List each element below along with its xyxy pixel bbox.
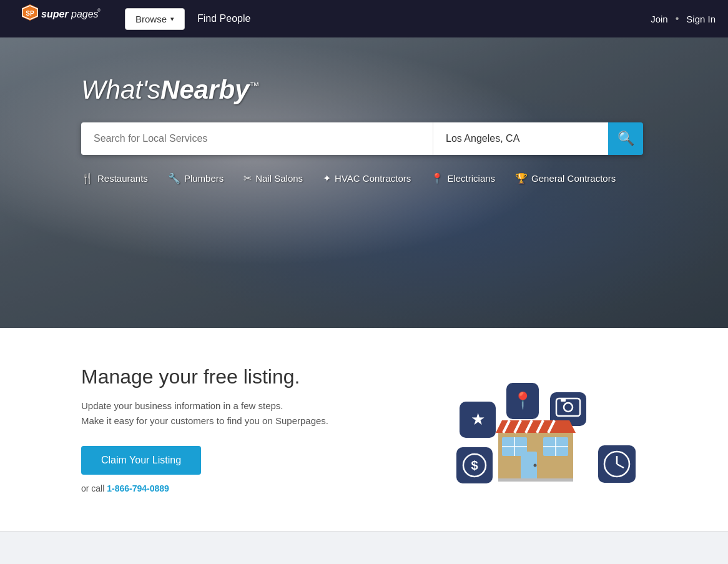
quick-link-hvac-label: HVAC Contractors	[335, 173, 411, 184]
svg-text:super: super	[41, 9, 69, 19]
signin-link[interactable]: Sign In	[686, 14, 716, 24]
superpages-logo: SP super pages ®	[12, 3, 112, 34]
quick-link-plumbers[interactable]: 🔧 Plumbers	[168, 172, 224, 184]
svg-text:$: $	[471, 458, 478, 472]
call-text: or call 1-866-794-0889	[81, 483, 422, 493]
popular-cities-section: Popular Cities	[0, 532, 728, 564]
nail-salon-icon: ✂	[243, 172, 252, 184]
quick-link-restaurants-label: Restaurants	[97, 173, 148, 184]
svg-text:★: ★	[471, 410, 485, 428]
general-contractor-icon: 🏆	[515, 172, 528, 184]
claim-listing-button[interactable]: Claim Your Listing	[81, 446, 201, 475]
svg-text:®: ®	[97, 8, 101, 12]
phone-link[interactable]: 1-866-794-0889	[107, 483, 169, 493]
search-bar: 🔍	[81, 122, 643, 155]
search-service-input[interactable]	[81, 122, 433, 155]
browse-label: Browse	[135, 14, 167, 24]
quick-links: 🍴 Restaurants 🔧 Plumbers ✂ Nail Salons ✦…	[81, 172, 647, 184]
restaurant-icon: 🍴	[81, 172, 94, 184]
svg-text:pages: pages	[71, 9, 99, 19]
manage-desc: Update your business information in a fe…	[81, 398, 422, 428]
quick-link-electricians[interactable]: 📍 Electricians	[431, 172, 495, 184]
browse-button[interactable]: Browse ▾	[125, 8, 185, 30]
manage-title: Manage your free listing.	[81, 365, 422, 388]
electrician-icon: 📍	[431, 172, 443, 184]
header-dot: •	[676, 13, 679, 24]
quick-link-restaurants[interactable]: 🍴 Restaurants	[81, 172, 148, 184]
header: SP super pages ® Browse ▾ Find People Jo…	[0, 0, 728, 37]
manage-left: Manage your free listing. Update your bu…	[81, 365, 422, 493]
hero-content: What'sNearby™ 🔍 🍴 Restaurants 🔧 Plumbers…	[0, 37, 728, 209]
svg-point-31	[534, 463, 537, 467]
store-illustration: ★ 📍 $	[453, 367, 641, 492]
call-prefix: or call	[81, 483, 107, 493]
quick-link-hvac[interactable]: ✦ HVAC Contractors	[323, 172, 411, 184]
quick-link-general-contractors-label: General Contractors	[531, 173, 616, 184]
header-right: Join • Sign In	[651, 13, 716, 24]
hero-section: What'sNearby™ 🔍 🍴 Restaurants 🔧 Plumbers…	[0, 37, 728, 328]
hvac-icon: ✦	[323, 172, 331, 184]
search-button[interactable]: 🔍	[608, 122, 643, 155]
hero-title: What'sNearby™	[81, 75, 647, 105]
join-link[interactable]: Join	[651, 14, 668, 24]
manage-desc-line2: Make it easy for your customers to find …	[81, 413, 422, 428]
quick-link-general-contractors[interactable]: 🏆 General Contractors	[515, 172, 616, 184]
svg-text:SP: SP	[26, 10, 34, 17]
manage-desc-line1: Update your business information in a fe…	[81, 398, 422, 413]
manage-listing-section: Manage your free listing. Update your bu…	[0, 328, 728, 531]
svg-text:📍: 📍	[513, 390, 533, 410]
svg-rect-13	[561, 398, 566, 402]
hero-trademark: ™	[249, 81, 259, 91]
quick-link-plumbers-label: Plumbers	[184, 173, 224, 184]
search-location-input[interactable]	[433, 122, 608, 155]
plumber-icon: 🔧	[168, 172, 180, 184]
logo: SP super pages ®	[12, 3, 112, 34]
search-icon: 🔍	[617, 131, 634, 147]
quick-link-electricians-label: Electricians	[447, 173, 495, 184]
find-people-link[interactable]: Find People	[197, 13, 250, 24]
hero-title-bold: Nearby	[160, 75, 249, 104]
quick-link-nail-salons[interactable]: ✂ Nail Salons	[243, 172, 303, 184]
manage-right: ★ 📍 $	[447, 367, 647, 492]
svg-rect-32	[498, 478, 573, 482]
quick-link-nail-salons-label: Nail Salons	[255, 173, 303, 184]
hero-title-regular: What's	[81, 75, 160, 104]
dropdown-arrow-icon: ▾	[170, 15, 174, 23]
